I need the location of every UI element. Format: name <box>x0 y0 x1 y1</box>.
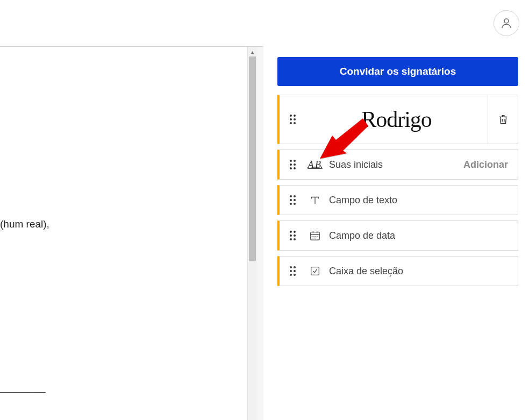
drag-handle-icon[interactable] <box>280 186 305 215</box>
date-field-label: Campo de data <box>325 230 518 241</box>
drag-handle-icon[interactable] <box>280 257 305 286</box>
document-sheet[interactable]: (hum real), ________ <box>0 47 247 420</box>
document-scrollbar[interactable]: ▴ <box>247 47 257 420</box>
document-pane: (hum real), ________ ▴ <box>0 46 263 420</box>
drag-handle-icon[interactable] <box>280 95 305 144</box>
app-header <box>0 0 529 46</box>
svg-point-0 <box>504 19 509 23</box>
initials-field-label: Suas iniciais <box>325 159 454 170</box>
drag-handle-icon[interactable] <box>280 221 305 250</box>
text-field-label: Campo de texto <box>325 195 518 206</box>
signature-field-item[interactable]: Rodrigo <box>277 95 518 144</box>
checkbox-field-item[interactable]: Caixa de seleção <box>277 256 518 286</box>
signature-preview: Rodrigo <box>305 95 488 144</box>
scrollbar-thumb[interactable] <box>249 56 256 261</box>
scrollbar-up-arrow[interactable]: ▴ <box>248 47 257 56</box>
checkbox-icon <box>305 265 325 277</box>
svg-rect-1 <box>311 232 320 240</box>
initials-icon: A.B. <box>305 159 325 170</box>
drag-handle-icon[interactable] <box>280 150 305 179</box>
initials-field-item[interactable]: A.B. Suas iniciais Adicionar <box>277 150 518 180</box>
delete-signature-button[interactable] <box>488 95 518 144</box>
invite-signers-button[interactable]: Convidar os signatários <box>277 57 518 86</box>
user-icon <box>500 17 513 30</box>
checkbox-field-label: Caixa de seleção <box>325 266 518 277</box>
user-avatar-button[interactable] <box>494 10 519 36</box>
text-icon <box>305 194 325 206</box>
calendar-icon <box>305 230 325 241</box>
add-initials-action[interactable]: Adicionar <box>454 159 518 170</box>
document-signature-line: ________ <box>0 381 46 393</box>
main-area: (hum real), ________ ▴ Convidar os signa… <box>0 46 529 420</box>
fields-panel: Convidar os signatários Rodrigo A.B. <box>263 46 529 420</box>
svg-rect-2 <box>311 267 319 275</box>
document-text-snippet: (hum real), <box>0 218 49 231</box>
text-field-item[interactable]: Campo de texto <box>277 185 518 215</box>
trash-icon <box>497 113 509 125</box>
date-field-item[interactable]: Campo de data <box>277 220 518 251</box>
